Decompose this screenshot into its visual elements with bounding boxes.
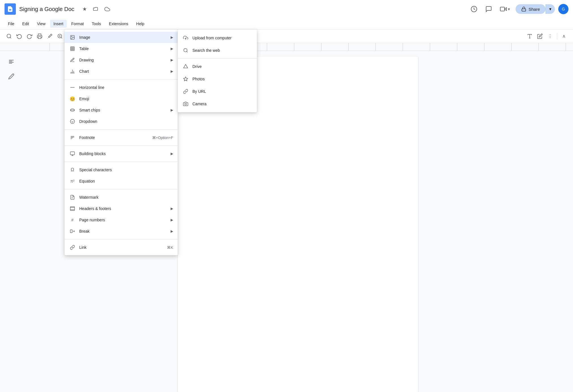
menu-view[interactable]: View bbox=[34, 20, 49, 28]
svg-point-52 bbox=[184, 48, 187, 52]
edit-mode-button[interactable] bbox=[535, 32, 544, 41]
share-dropdown-button[interactable]: ▾ bbox=[546, 4, 555, 14]
photos-label: Photos bbox=[192, 77, 205, 81]
insert-menu-item-page-numbers[interactable]: # Page numbers ▶ bbox=[65, 214, 178, 226]
menu-edit[interactable]: Edit bbox=[19, 20, 33, 28]
insert-menu-item-table[interactable]: Table ▶ bbox=[65, 43, 178, 54]
collapse-button[interactable]: ∧ bbox=[559, 32, 568, 41]
comment-button[interactable] bbox=[483, 3, 494, 15]
redo-button[interactable] bbox=[25, 32, 34, 41]
menu-help[interactable]: Help bbox=[133, 20, 148, 28]
building-blocks-icon bbox=[69, 150, 76, 157]
camera-label: Camera bbox=[192, 102, 207, 106]
drive-label: Drive bbox=[192, 64, 202, 69]
submenu-item-search-web[interactable]: Search the web bbox=[178, 44, 257, 57]
menu-tools[interactable]: Tools bbox=[88, 20, 104, 28]
header-right: ▾ Share ▾ G bbox=[468, 3, 568, 15]
break-arrow: ▶ bbox=[171, 229, 173, 233]
insert-menu-item-headers-footers[interactable]: Headers & footers ▶ bbox=[65, 203, 178, 214]
insert-menu-table-label: Table bbox=[79, 46, 167, 51]
insert-menu-item-building-blocks[interactable]: Building blocks ▶ bbox=[65, 148, 178, 159]
drive-icon bbox=[182, 63, 189, 70]
insert-menu-link-label: Link bbox=[79, 245, 164, 250]
svg-marker-54 bbox=[184, 65, 188, 68]
dropdown-icon bbox=[69, 118, 76, 125]
smart-chips-arrow: ▶ bbox=[171, 108, 173, 112]
insert-menu-item-horizontal-line[interactable]: Horizontal line bbox=[65, 82, 178, 93]
sidebar bbox=[0, 51, 23, 392]
insert-menu-chart-label: Chart bbox=[79, 69, 167, 74]
insert-menu-item-dropdown[interactable]: Dropdown bbox=[65, 116, 178, 127]
insert-menu-blocks-label: Building blocks bbox=[79, 151, 167, 156]
insert-menu-pagenums-label: Page numbers bbox=[79, 218, 167, 222]
insert-menu-item-emoji[interactable]: 😊 Emoji bbox=[65, 93, 178, 104]
submenu-item-photos[interactable]: Photos bbox=[178, 73, 257, 85]
svg-rect-47 bbox=[70, 230, 72, 233]
sidebar-edit-icon[interactable] bbox=[6, 71, 16, 82]
insert-menu-break-label: Break bbox=[79, 229, 167, 234]
smart-chips-icon bbox=[69, 107, 76, 113]
insert-menu-headers-label: Headers & footers bbox=[79, 206, 167, 211]
share-button[interactable]: Share bbox=[516, 4, 546, 14]
search-button[interactable] bbox=[5, 32, 14, 41]
submenu-item-upload[interactable]: Upload from computer bbox=[178, 32, 257, 44]
submenu-item-camera[interactable]: Camera bbox=[178, 98, 257, 110]
insert-menu-equation-label: Equation bbox=[79, 179, 173, 183]
watermark-icon bbox=[69, 194, 76, 201]
by-url-label: By URL bbox=[192, 89, 206, 94]
insert-menu-item-smart-chips[interactable]: Smart chips ▶ bbox=[65, 104, 178, 116]
zoom-button[interactable] bbox=[55, 32, 65, 41]
divider-4 bbox=[65, 162, 178, 162]
app-icon bbox=[5, 3, 16, 15]
headers-arrow: ▶ bbox=[171, 207, 173, 211]
submenu-item-by-url[interactable]: By URL bbox=[178, 85, 257, 98]
video-button[interactable]: ▾ bbox=[498, 3, 512, 15]
more-button[interactable]: ⋮ bbox=[546, 32, 555, 41]
paintformat-button[interactable] bbox=[45, 32, 54, 41]
svg-rect-8 bbox=[38, 37, 41, 38]
search-web-icon bbox=[182, 47, 189, 54]
toolbar-divider-2 bbox=[557, 33, 557, 40]
divider-6 bbox=[65, 239, 178, 239]
star-button[interactable]: ★ bbox=[80, 5, 89, 14]
image-icon bbox=[69, 34, 76, 41]
insert-menu-item-footnote[interactable]: Footnote ⌘+Option+F bbox=[65, 132, 178, 143]
photos-icon bbox=[182, 76, 189, 82]
insert-menu-item-link[interactable]: Link ⌘K bbox=[65, 242, 178, 253]
upload-icon bbox=[182, 35, 189, 41]
break-icon bbox=[69, 228, 76, 235]
menu-insert[interactable]: Insert bbox=[50, 20, 67, 28]
insert-menu: Image ▶ Table ▶ Drawing ▶ bbox=[65, 29, 178, 255]
sidebar-outline-icon[interactable] bbox=[6, 57, 16, 67]
insert-menu-item-watermark[interactable]: Watermark bbox=[65, 192, 178, 203]
menu-format[interactable]: Format bbox=[68, 20, 87, 28]
cloud-button[interactable] bbox=[103, 5, 112, 14]
folder-button[interactable] bbox=[91, 5, 100, 14]
divider-1 bbox=[65, 79, 178, 80]
submenu-item-drive[interactable]: Drive bbox=[178, 60, 257, 73]
svg-point-6 bbox=[7, 34, 11, 38]
submenu-divider-1 bbox=[178, 58, 257, 59]
insert-menu-item-special-chars[interactable]: Ω Special characters bbox=[65, 164, 178, 175]
image-submenu: Upload from computer Search the web Driv… bbox=[178, 29, 257, 112]
insert-menu-item-image[interactable]: Image ▶ bbox=[65, 32, 178, 43]
undo-button[interactable] bbox=[15, 32, 24, 41]
drawing-icon bbox=[69, 57, 76, 63]
drawing-arrow: ▶ bbox=[171, 58, 173, 62]
insert-menu-item-chart[interactable]: Chart ▶ bbox=[65, 66, 178, 77]
menu-extensions[interactable]: Extensions bbox=[106, 20, 132, 28]
title-icon-group: ★ bbox=[80, 5, 112, 14]
svg-line-11 bbox=[61, 37, 62, 38]
insert-menu-watermark-label: Watermark bbox=[79, 195, 173, 200]
insert-menu-item-break[interactable]: Break ▶ bbox=[65, 226, 178, 237]
insert-menu-item-drawing[interactable]: Drawing ▶ bbox=[65, 54, 178, 66]
menu-file[interactable]: File bbox=[5, 20, 18, 28]
toolbar-right: ⋮ ∧ bbox=[525, 32, 568, 41]
user-avatar[interactable]: G bbox=[558, 4, 568, 14]
page-numbers-icon: # bbox=[69, 217, 76, 223]
insert-menu-item-equation[interactable]: π² Equation bbox=[65, 175, 178, 187]
print-button[interactable] bbox=[35, 32, 44, 41]
horizontal-line-icon bbox=[69, 84, 76, 91]
text-style-button[interactable] bbox=[525, 32, 534, 41]
history-button[interactable] bbox=[468, 3, 480, 15]
